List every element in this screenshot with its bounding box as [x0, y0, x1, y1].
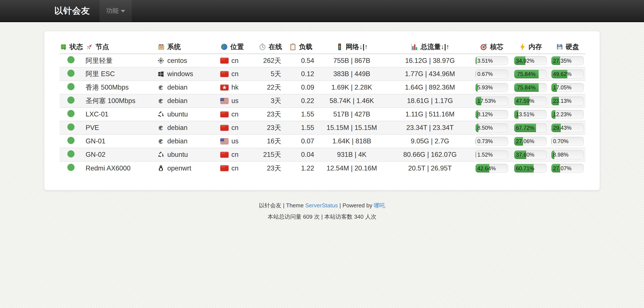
powered-by-link[interactable]: 哪吒 — [374, 202, 385, 209]
memory-cell: 47.59% — [511, 94, 550, 108]
memory-cell: 13.51% — [511, 108, 550, 121]
network-cell: 755B | 867B — [316, 54, 388, 67]
navbar: 以针会友 功能 — [0, 0, 644, 22]
server-row: LXC-01 ubuntu cn 23天 1.55 517B | 427B 1.… — [60, 108, 585, 121]
core-cell: 17.53% — [472, 94, 511, 108]
system-cell: openwrt — [157, 161, 220, 175]
cn-flag — [220, 58, 228, 64]
col-header-disk: 硬盘 — [550, 40, 585, 54]
server-row: Redmi AX6000 openwrt cn 23天 1.22 12.54M … — [60, 161, 585, 175]
load-cell: 0.12 — [286, 67, 316, 81]
memory-usage-bar: 75.84% — [514, 70, 547, 79]
status-cell — [60, 54, 86, 67]
debian-icon — [157, 138, 164, 145]
menu-features-dropdown[interactable]: 功能 — [100, 0, 132, 22]
system-cell: windows — [157, 67, 220, 81]
traffic-cell: 18.61G | 1.17G — [388, 94, 472, 108]
debian-icon — [157, 124, 164, 132]
status-dot-online — [67, 56, 74, 63]
status-cell — [60, 94, 86, 108]
core-cell: 42.64% — [472, 161, 511, 175]
theme-link[interactable]: ServerStatus — [305, 202, 338, 209]
centos-icon — [157, 57, 164, 64]
cn-flag — [220, 125, 228, 131]
location-cell: cn — [220, 121, 255, 135]
col-header-core: 核芯 — [472, 40, 511, 54]
memory-cell: 37.60% — [511, 148, 550, 161]
memory-usage-bar: 47.59% — [514, 97, 547, 105]
location-cell: cn — [220, 67, 255, 81]
disk-usage-bar: 23.13% — [551, 97, 584, 105]
network-cell: 931B | 4K — [316, 148, 388, 161]
traffic-cell: 80.66G | 162.07G — [388, 148, 472, 161]
node-name: 圣何塞 100Mbps — [86, 94, 157, 108]
network-cell: 383B | 449B — [316, 67, 388, 81]
core-usage-bar: 8.12% — [476, 110, 508, 119]
disk-cell: 49.62% — [550, 67, 585, 81]
core-cell: 5.93% — [472, 81, 511, 94]
network-cell: 58.74K | 1.46K — [316, 94, 388, 108]
status-cell — [60, 81, 86, 94]
network-cell: 1.69K | 2.28K — [316, 81, 388, 94]
status-dot-online — [67, 123, 74, 131]
system-cell: centos — [157, 54, 220, 67]
memory-usage-bar: 75.84% — [514, 83, 547, 92]
server-row: GN-01 debian us 16天 0.07 1.64K | 818B 9.… — [60, 135, 585, 148]
network-cell: 12.54M | 20.16M — [316, 161, 388, 175]
card-box-icon — [157, 43, 165, 51]
memory-cell: 27.06% — [511, 135, 550, 148]
memory-cell: 34.92% — [511, 54, 550, 67]
col-header-uptime: 在线 — [255, 40, 286, 54]
disk-usage-bar: 49.62% — [551, 70, 584, 79]
network-cell: 517B | 427B — [316, 108, 388, 121]
uptime-cell: 3天 — [255, 94, 286, 108]
col-header-location: 位置 — [220, 40, 255, 54]
server-status-card: 状态 节点 系统 位置 在线 负载 网络↓|↑ 总流量↓|↑ 核芯 内存 硬盘 … — [44, 31, 600, 190]
load-cell: 1.22 — [286, 161, 316, 175]
core-usage-bar: 5.93% — [476, 83, 508, 92]
disk-usage-bar: 0.70% — [551, 137, 584, 146]
system-cell: ubuntu — [157, 148, 220, 161]
location-cell: cn — [220, 108, 255, 121]
col-header-status: 状态 — [60, 40, 86, 54]
cn-flag — [220, 71, 228, 77]
node-name: 阿里 ESC — [86, 67, 157, 81]
node-name: GN-02 — [86, 148, 157, 161]
status-dot-online — [67, 137, 74, 144]
disk-cell: 27.07% — [550, 161, 585, 175]
system-cell: debian — [157, 135, 220, 148]
status-cell — [60, 108, 86, 121]
col-header-node: 节点 — [86, 40, 157, 54]
network-cell: 15.15M | 15.15M — [316, 121, 388, 135]
rocket-icon — [86, 43, 94, 51]
system-cell: debian — [157, 94, 220, 108]
memory-cell: 75.84% — [511, 81, 550, 94]
floppy-icon — [556, 43, 564, 51]
core-usage-bar: 17.53% — [476, 97, 508, 105]
traffic-cell: 20.5T | 26.95T — [388, 161, 472, 175]
memory-usage-bar: 67.72% — [514, 123, 547, 132]
server-row: GN-02 ubuntu cn 215天 0.04 931B | 4K 80.6… — [60, 148, 585, 161]
core-usage-bar: 3.51% — [476, 56, 508, 65]
server-row: 阿里 ESC windows cn 5天 0.12 383B | 449B 1.… — [60, 67, 585, 81]
load-cell: 0.54 — [286, 54, 316, 67]
memory-cell: 60.71% — [511, 161, 550, 175]
linux-penguin-icon — [157, 165, 164, 172]
col-header-load: 负载 — [286, 40, 316, 54]
hk-flag — [220, 85, 228, 90]
footer: 以针会友 | Theme ServerStatus | Powered by 哪… — [0, 203, 644, 219]
brand-title[interactable]: 以针会友 — [54, 5, 90, 17]
uptime-cell: 23天 — [255, 108, 286, 121]
status-cell — [60, 161, 86, 175]
ubuntu-icon — [157, 111, 164, 118]
windows-icon — [157, 70, 164, 78]
status-dot-online — [67, 164, 74, 171]
traffic-cell: 1.11G | 511.16M — [388, 108, 472, 121]
node-name: PVE — [86, 121, 157, 135]
location-cell: us — [220, 135, 255, 148]
disk-cell: 8.98% — [550, 148, 585, 161]
status-cell — [60, 135, 86, 148]
disk-cell: 23.13% — [550, 94, 585, 108]
table-header-row: 状态 节点 系统 位置 在线 负载 网络↓|↑ 总流量↓|↑ 核芯 内存 硬盘 — [60, 40, 585, 54]
core-usage-bar: 0.73% — [476, 137, 508, 146]
